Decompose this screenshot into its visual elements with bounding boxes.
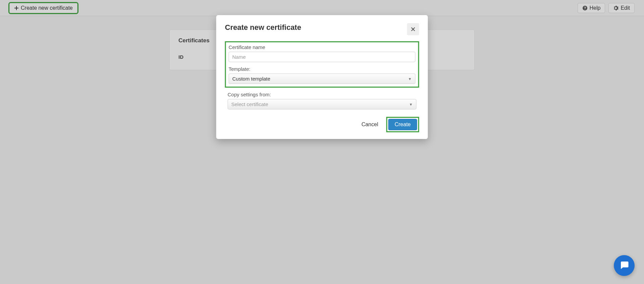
copy-settings-select[interactable]: Select certificate ▼ <box>228 99 417 109</box>
create-button-highlight: Create <box>386 117 419 132</box>
chevron-down-icon: ▼ <box>408 77 412 81</box>
modal-header: Create new certificate <box>225 23 419 35</box>
create-button[interactable]: Create <box>388 119 417 130</box>
highlighted-fields-group: Certificate name Template: Custom templa… <box>225 41 419 88</box>
modal-footer: Cancel Create <box>225 117 419 132</box>
copy-settings-group: Copy settings from: Select certificate ▼ <box>225 90 419 111</box>
copy-settings-label: Copy settings from: <box>228 92 417 97</box>
template-select-value: Custom template <box>232 76 270 82</box>
certificate-name-label: Certificate name <box>229 44 416 50</box>
template-label: Template: <box>229 66 416 72</box>
chat-launcher-button[interactable] <box>614 255 635 276</box>
modal-title: Create new certificate <box>225 23 301 32</box>
chevron-down-icon: ▼ <box>409 102 413 106</box>
certificate-name-input[interactable] <box>229 52 416 62</box>
close-button[interactable] <box>407 23 419 35</box>
cancel-button[interactable]: Cancel <box>362 122 378 128</box>
copy-settings-placeholder: Select certificate <box>231 101 268 107</box>
chat-icon <box>619 260 629 271</box>
template-select[interactable]: Custom template ▼ <box>229 74 416 84</box>
close-icon <box>411 26 416 33</box>
create-certificate-modal: Create new certificate Certificate name … <box>216 15 428 139</box>
